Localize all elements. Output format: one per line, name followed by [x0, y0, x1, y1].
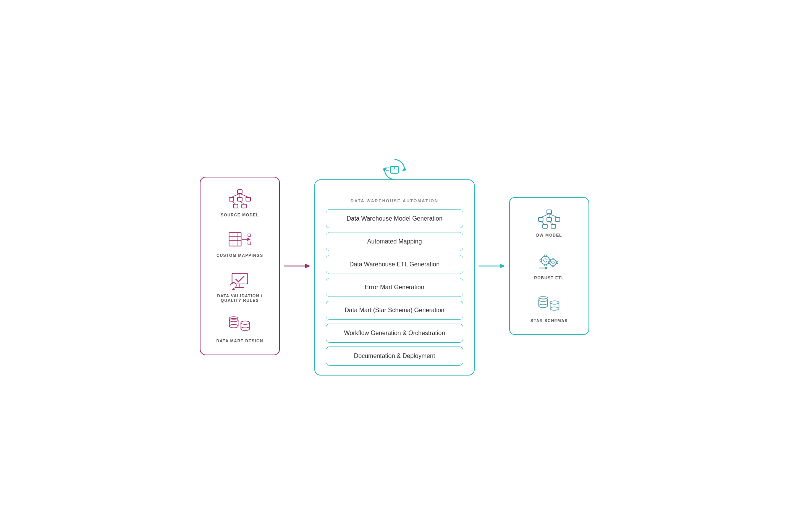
- svg-marker-17: [247, 238, 251, 241]
- svg-rect-47: [555, 218, 560, 221]
- center-panel-title: DATA WAREHOUSE AUTOMATION: [351, 198, 438, 203]
- data-mart-design-item: DATA MART DESIGN: [217, 315, 264, 343]
- robust-etl-icon: [538, 252, 561, 272]
- robust-etl-item: ROBUST ETL: [534, 252, 564, 280]
- center-item-6: Documentation & Deployment: [326, 347, 463, 366]
- data-validation-icon: [228, 270, 251, 290]
- svg-point-62: [551, 261, 554, 264]
- svg-rect-0: [238, 190, 242, 193]
- automation-top-icon: [382, 156, 407, 182]
- svg-rect-19: [248, 242, 251, 245]
- svg-rect-64: [552, 265, 554, 267]
- svg-point-31: [241, 327, 250, 330]
- svg-marker-34: [305, 264, 310, 268]
- center-item-1: Automated Mapping: [326, 232, 463, 251]
- dw-model-icon: [538, 209, 561, 229]
- svg-rect-44: [547, 210, 551, 214]
- center-panel: DATA WAREHOUSE AUTOMATION Data Warehouse…: [314, 179, 475, 376]
- data-validation-item: DATA VALIDATION / QUALITY RULES: [217, 270, 263, 303]
- svg-line-8: [240, 193, 248, 197]
- center-item-4: Data Mart (Star Schema) Generation: [326, 301, 463, 320]
- svg-marker-68: [545, 267, 548, 269]
- svg-rect-57: [544, 255, 546, 257]
- svg-point-27: [230, 324, 238, 328]
- star-schemas-item: STAR SCHEMAS: [530, 295, 568, 323]
- svg-line-9: [231, 201, 236, 204]
- svg-rect-63: [552, 258, 554, 260]
- svg-rect-4: [233, 204, 238, 208]
- svg-line-6: [231, 193, 240, 197]
- svg-rect-46: [547, 218, 551, 221]
- svg-point-77: [539, 297, 548, 299]
- custom-mappings-item: CUSTOM MAPPINGS: [217, 229, 263, 258]
- svg-line-10: [240, 201, 244, 204]
- source-model-item: SOURCE MODEL: [221, 189, 259, 217]
- dw-model-item: DW MODEL: [536, 209, 562, 237]
- robust-etl-label: ROBUST ETL: [534, 276, 564, 280]
- svg-rect-3: [246, 197, 251, 201]
- dw-model-label: DW MODEL: [536, 233, 562, 237]
- star-schemas-icon: [538, 295, 561, 314]
- svg-rect-11: [229, 232, 241, 246]
- center-to-right-arrow: [479, 263, 505, 269]
- svg-rect-48: [543, 224, 547, 228]
- svg-rect-49: [551, 224, 556, 228]
- svg-point-61: [550, 260, 556, 266]
- svg-point-73: [550, 301, 559, 304]
- svg-rect-58: [544, 264, 546, 266]
- right-arrow-container: [475, 263, 509, 269]
- svg-line-53: [541, 221, 545, 224]
- data-validation-label: DATA VALIDATION / QUALITY RULES: [217, 293, 263, 303]
- data-mart-design-icon: [228, 315, 251, 335]
- left-arrow-container: [280, 263, 314, 269]
- svg-rect-59: [540, 260, 542, 261]
- center-item-3: Error Mart Generation: [326, 278, 463, 297]
- svg-rect-2: [238, 197, 242, 201]
- svg-line-54: [549, 221, 553, 224]
- diagram-container: SOURCE MODEL CUSTOM MAPPINGS: [184, 156, 605, 376]
- svg-point-32: [230, 317, 238, 319]
- right-panel: DW MODEL: [509, 197, 589, 335]
- center-item-2: Data Warehouse ETL Generation: [326, 255, 463, 274]
- svg-marker-23: [232, 288, 235, 290]
- custom-mappings-icon: [228, 229, 251, 249]
- svg-marker-35: [402, 167, 407, 171]
- svg-rect-65: [548, 261, 550, 263]
- left-to-center-arrow: [284, 263, 310, 269]
- svg-point-72: [539, 304, 548, 308]
- svg-line-52: [549, 214, 558, 218]
- svg-point-76: [550, 307, 559, 310]
- svg-rect-18: [248, 234, 251, 237]
- center-item-0: Data Warehouse Model Generation: [326, 209, 463, 228]
- svg-line-50: [541, 214, 549, 218]
- center-item-5: Workflow Generation & Orchestration: [326, 324, 463, 343]
- left-panel: SOURCE MODEL CUSTOM MAPPINGS: [200, 177, 280, 355]
- svg-rect-45: [538, 218, 543, 221]
- source-model-label: SOURCE MODEL: [221, 213, 259, 217]
- source-model-icon: [228, 189, 251, 209]
- svg-rect-5: [242, 204, 246, 208]
- data-mart-design-label: DATA MART DESIGN: [217, 339, 264, 343]
- svg-point-56: [543, 259, 547, 262]
- star-schemas-label: STAR SCHEMAS: [530, 318, 568, 323]
- svg-marker-43: [500, 264, 505, 268]
- svg-rect-1: [229, 197, 234, 201]
- svg-rect-66: [556, 261, 558, 263]
- custom-mappings-label: CUSTOM MAPPINGS: [217, 253, 263, 258]
- svg-point-28: [241, 321, 250, 324]
